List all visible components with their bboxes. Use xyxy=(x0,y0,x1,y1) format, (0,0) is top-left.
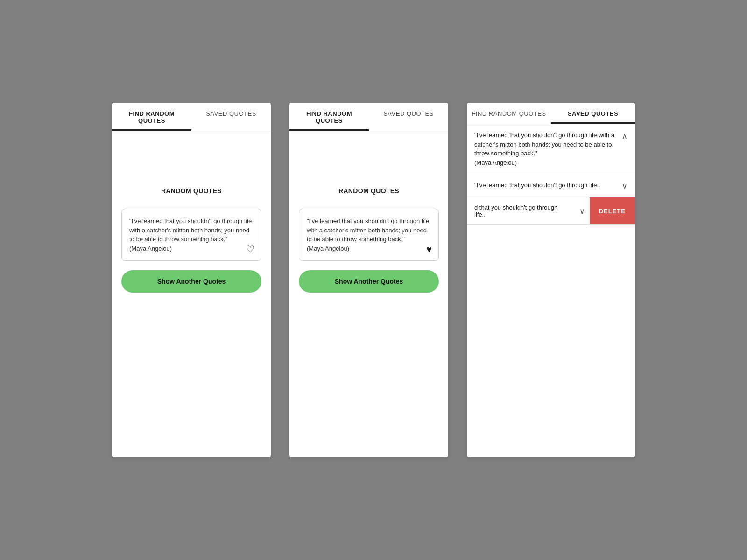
tab-bar-3: FIND RANDOM QUOTES SAVED QUOTES xyxy=(467,103,635,124)
heart-icon-2[interactable]: ♥ xyxy=(426,244,432,255)
chevron-down-icon-1[interactable]: ∨ xyxy=(622,182,627,190)
saved-item-top[interactable]: "I've learned that you shouldn't go thro… xyxy=(467,124,635,174)
tab-saved-3[interactable]: SAVED QUOTES xyxy=(551,103,635,124)
saved-item-delete-row: d that you shouldn't go through life.. ∨… xyxy=(467,197,635,225)
saved-item-expanded-text: "I've learned that you shouldn't go thro… xyxy=(474,131,622,167)
tab-saved-2[interactable]: SAVED QUOTES xyxy=(369,103,448,131)
saved-item-delete-text: d that you shouldn't go through life.. xyxy=(467,197,575,224)
show-another-btn-2[interactable]: Show Another Quotes xyxy=(299,270,439,293)
chevron-up-icon[interactable]: ∧ xyxy=(622,132,627,140)
quote-card-2: "I've learned that you shouldn't go thro… xyxy=(299,209,439,261)
saved-item-expanded: "I've learned that you shouldn't go thro… xyxy=(467,124,635,174)
section-title-2: RANDOM QUOTES xyxy=(299,187,439,195)
delete-button[interactable]: DELETE xyxy=(590,197,635,224)
tab-bar-1: FIND RANDOM QUOTES SAVED QUOTES xyxy=(112,103,271,131)
quote-text-1: "I've learned that you shouldn't go thro… xyxy=(129,217,254,253)
saved-item-collapsed-1[interactable]: "I've learned that you shouldn't go thro… xyxy=(467,174,635,197)
screen-1: FIND RANDOM QUOTES SAVED QUOTES RANDOM Q… xyxy=(112,103,271,457)
quote-card-1: "I've learned that you shouldn't go thro… xyxy=(121,209,261,261)
show-another-btn-1[interactable]: Show Another Quotes xyxy=(121,270,261,293)
section-title-1: RANDOM QUOTES xyxy=(121,187,261,195)
screen-3: FIND RANDOM QUOTES SAVED QUOTES "I've le… xyxy=(467,103,635,457)
tab-find-random-2[interactable]: FIND RANDOM QUOTES xyxy=(289,103,369,131)
tab-find-random-3[interactable]: FIND RANDOM QUOTES xyxy=(467,103,551,124)
heart-icon-1[interactable]: ♡ xyxy=(246,244,254,255)
tab-saved-1[interactable]: SAVED QUOTES xyxy=(191,103,271,131)
content-1: RANDOM QUOTES "I've learned that you sho… xyxy=(112,131,271,457)
quote-text-2: "I've learned that you shouldn't go thro… xyxy=(307,217,431,253)
screens-container: FIND RANDOM QUOTES SAVED QUOTES RANDOM Q… xyxy=(93,75,654,485)
saved-item-collapsed-text-1: "I've learned that you shouldn't go thro… xyxy=(474,181,622,190)
chevron-down-icon-2[interactable]: ∨ xyxy=(575,200,590,222)
tab-bar-2: FIND RANDOM QUOTES SAVED QUOTES xyxy=(289,103,448,131)
screen-2: FIND RANDOM QUOTES SAVED QUOTES RANDOM Q… xyxy=(289,103,448,457)
content-2: RANDOM QUOTES "I've learned that you sho… xyxy=(289,131,448,457)
tab-find-random-1[interactable]: FIND RANDOM QUOTES xyxy=(112,103,191,131)
